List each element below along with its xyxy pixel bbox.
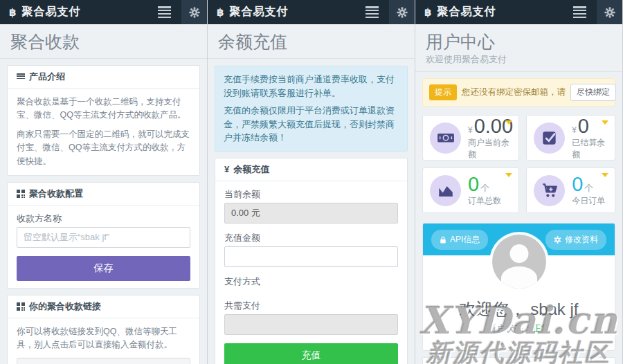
card-header-label: 产品介绍: [29, 71, 65, 82]
panel-recharge: ฿ 聚合易支付: [208, 0, 415, 364]
banknote-icon: [430, 122, 461, 154]
pay-method-area: [224, 290, 398, 300]
stat-label: 商户当前余额: [468, 137, 513, 161]
pay-method-label: 支付方式: [224, 275, 398, 287]
gear-icon: [554, 236, 561, 244]
page-title: 用户中心: [426, 31, 612, 52]
stat-unit: 个: [584, 182, 593, 194]
card-body: 当前余额 充值金额 支付方式 共需支付 充值: [215, 181, 407, 364]
gear-icon: [397, 7, 408, 18]
tip-text: 您还没有绑定密保邮箱，请: [462, 87, 566, 98]
card-header-label: 聚合收款配置: [29, 188, 83, 199]
stat-value: 0: [572, 174, 583, 194]
stat-value: 0.00: [474, 116, 513, 136]
stat-card-today-orders[interactable]: 0 个 今日订单: [526, 167, 615, 213]
hamburger-menu-icon[interactable]: [573, 6, 586, 18]
settings-button[interactable]: [389, 0, 415, 24]
avatar[interactable]: [492, 235, 546, 289]
stat-card-total-orders[interactable]: 0 个 订单总数: [422, 167, 519, 213]
card-header-label: 你的聚合收款链接: [29, 301, 101, 312]
total-due-input: [224, 314, 398, 335]
check-square-icon: [534, 122, 565, 154]
cart-plus-icon: [534, 175, 565, 206]
pay-link-input[interactable]: [17, 358, 190, 364]
bind-now-button[interactable]: 尽快绑定: [570, 84, 616, 101]
amount-input[interactable]: [224, 246, 398, 267]
area-chart-icon: [430, 175, 461, 206]
settings-button[interactable]: [181, 0, 207, 24]
edit-profile-label: 修改资料: [565, 234, 598, 246]
stat-label: 今日订单: [572, 195, 605, 207]
page-title: 余额充值: [218, 31, 404, 52]
amount-label: 充值金额: [224, 232, 398, 244]
page-subtitle: 欢迎使用聚合易支付: [426, 53, 612, 65]
tip-badge: 提示: [429, 84, 457, 100]
stat-content: 0 个 今日订单: [572, 174, 605, 207]
coin-brand-icon: ฿: [217, 6, 224, 19]
merchant-status-label: 商户状态：: [487, 323, 532, 334]
qrcode-icon: [17, 302, 25, 311]
total-due-label: 共需支付: [224, 300, 398, 311]
caret-down-icon: [505, 120, 512, 125]
page-title-bar: 余额充值: [208, 24, 415, 59]
currency-symbol: ¥: [572, 125, 577, 135]
caret-down-icon: [505, 173, 512, 177]
stat-card-settled[interactable]: ¥ 0 已结算余额: [526, 115, 615, 161]
payee-name-input[interactable]: [17, 227, 190, 248]
current-balance-input: [224, 203, 398, 224]
welcome-text: 欢迎您， sbak jf: [430, 300, 608, 319]
stat-value: 0: [578, 116, 589, 136]
page-title-bar: 聚合收款: [0, 24, 207, 59]
coin-brand-icon: ฿: [9, 6, 16, 19]
coin-brand-icon: ฿: [424, 6, 431, 19]
bind-email-alert: 提示 您还没有绑定密保邮箱，请 尽快绑定: [422, 78, 615, 107]
panel-collect: ฿ 聚合易支付: [0, 0, 208, 364]
card-body: 聚合收款是基于一个收款二维码，支持支付宝、微信、QQ等主流支付方式的收款产品。 …: [8, 89, 199, 175]
next-section-card: [422, 357, 615, 364]
app-title: 聚合易支付: [21, 5, 80, 19]
payee-name-label: 收款方名称: [17, 212, 190, 224]
recharge-form-card: ¥ 余额充值 当前余额 充值金额 支付方式 共需支付 充值: [215, 158, 408, 364]
screen: ฿ 聚合易支付: [0, 0, 623, 364]
stat-card-balance[interactable]: ¥ 0.00 商户当前余额: [422, 115, 519, 161]
stat-label: 已结算余额: [572, 137, 609, 161]
edit-profile-button[interactable]: 修改资料: [545, 230, 606, 250]
card-header: 聚合收款配置: [8, 183, 199, 206]
recharge-notice: 充值手续费按当前商户通道费率收取，支付没到账请联系客服进行补单。 充值的余额仅限…: [215, 66, 408, 152]
app-bar: ฿ 聚合易支付: [415, 0, 622, 24]
stat-value: 0: [468, 174, 479, 194]
product-intro-card: 产品介绍 聚合收款是基于一个收款二维码，支持支付宝、微信、QQ等主流支付方式的收…: [7, 65, 200, 176]
notice-paragraph: 充值手续费按当前商户通道费率收取，支付没到账请联系客服进行补单。: [224, 73, 399, 100]
app-bar: ฿ 聚合易支付: [0, 0, 207, 24]
collect-config-card: 聚合收款配置 收款方名称 保存: [7, 182, 200, 289]
card-body: 你可以将收款链接发到QQ、微信等聊天工具，别人点击后可以直接输入金额付款。: [8, 318, 199, 364]
card-header-label: 余额充值: [233, 164, 269, 175]
stat-content: 0 个 订单总数: [468, 174, 501, 207]
collect-link-card: 你的聚合收款链接 你可以将收款链接发到QQ、微信等聊天工具，别人点击后可以直接输…: [7, 295, 200, 364]
settings-button[interactable]: [597, 0, 622, 24]
app-title: 聚合易支付: [437, 5, 496, 19]
app-bar: ฿ 聚合易支付: [208, 0, 415, 24]
save-button[interactable]: 保存: [17, 256, 190, 281]
merchant-status-value: 正常: [532, 323, 550, 334]
api-info-button[interactable]: API信息: [431, 230, 488, 250]
lock-icon: [440, 236, 446, 244]
caret-down-icon: [602, 173, 608, 177]
card-header: ¥ 余额充值: [215, 158, 407, 181]
qrcode-icon: [17, 190, 25, 198]
gear-icon: [604, 7, 615, 18]
stats-grid: ¥ 0.00 商户当前余额 ¥ 0: [422, 115, 615, 213]
current-balance-label: 当前余额: [224, 188, 398, 200]
hamburger-menu-icon[interactable]: [365, 6, 379, 18]
card-body: 收款方名称 保存: [8, 206, 199, 288]
recharge-button[interactable]: 充值: [224, 343, 398, 364]
notice-paragraph: 充值的余额仅限用于平台消费或订单退款资金，严禁频繁大额充值后提现，否则封禁商户并…: [224, 104, 399, 145]
panel-user-center: ฿ 聚合易支付: [415, 0, 623, 364]
card-header: 产品介绍: [8, 66, 199, 89]
page-title-bar: 用户中心 欢迎使用聚合易支付: [415, 24, 622, 72]
gear-icon: [189, 7, 200, 18]
api-info-label: API信息: [450, 234, 480, 246]
hamburger-menu-icon[interactable]: [158, 6, 171, 18]
currency-symbol: ¥: [468, 125, 473, 135]
intro-paragraph: 聚合收款是基于一个收款二维码，支持支付宝、微信、QQ等主流支付方式的收款产品。: [17, 95, 190, 122]
